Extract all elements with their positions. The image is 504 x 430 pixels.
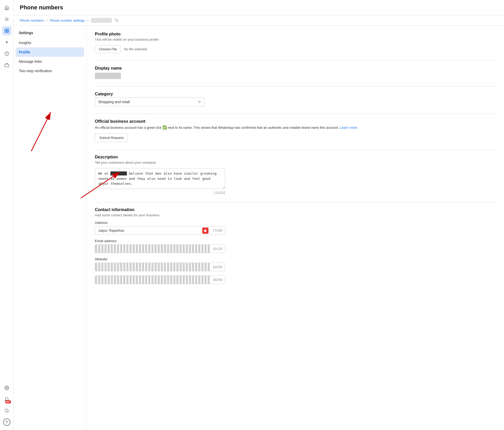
- address-input-wrapper: 17/256: [95, 226, 225, 235]
- submit-request-button[interactable]: Submit Request: [95, 133, 128, 142]
- address-input[interactable]: [95, 226, 202, 235]
- display-name-value: [95, 73, 121, 79]
- settings-icon[interactable]: [2, 383, 11, 392]
- main-area: Phone numbers Phone numbers > Phone numb…: [14, 0, 504, 430]
- sidebar-item-message-links[interactable]: Message links: [14, 57, 86, 66]
- address-count: 17/256: [210, 229, 225, 232]
- address-label: Address:: [95, 221, 496, 225]
- oba-description: An official business account has a green…: [95, 125, 496, 130]
- divider-5: [95, 202, 496, 202]
- contact-info-section: Contact information Add some contact det…: [95, 207, 496, 284]
- oba-desc-part2: next to its name. This shows that WhatsA…: [168, 126, 339, 130]
- dot-icon[interactable]: [2, 38, 11, 47]
- oba-desc-part1: An official business account has a green…: [95, 126, 162, 130]
- divider-2: [95, 86, 496, 87]
- category-title: Category: [95, 92, 496, 96]
- breadcrumb-sep-1: >: [46, 19, 48, 22]
- svg-rect-4: [7, 29, 9, 31]
- sidebar-item-profile[interactable]: Profile: [16, 47, 84, 57]
- website1-input[interactable]: [95, 263, 210, 271]
- profile-photo-subtitle: This will be visible on your business pr…: [95, 38, 496, 41]
- briefcase-icon[interactable]: [2, 60, 11, 70]
- svg-rect-3: [5, 29, 7, 31]
- profile-photo-section: Profile photo This will be visible on yo…: [95, 32, 496, 53]
- breadcrumb-phone-numbers[interactable]: Phone numbers: [20, 19, 44, 22]
- svg-rect-5: [5, 31, 7, 33]
- analytics-icon[interactable]: [2, 49, 11, 58]
- content-area: Settings Insights Profile Message links …: [14, 26, 504, 430]
- learn-more-link[interactable]: Learn more.: [340, 126, 358, 130]
- website2-input-wrapper: 38/256: [95, 275, 225, 284]
- help-icon[interactable]: ?: [3, 419, 10, 426]
- email-group: Email address: 15/128: [95, 239, 496, 253]
- address-edit-icon[interactable]: [202, 228, 208, 234]
- description-char-count: 131/512: [95, 191, 225, 195]
- settings-sidebar: Settings Insights Profile Message links …: [14, 26, 87, 430]
- description-textarea[interactable]: We at ████████ believe that men also hav…: [95, 168, 225, 189]
- website2-count: 38/256: [210, 278, 225, 282]
- svg-rect-9: [5, 64, 9, 67]
- website1-group: Website: 19/256: [95, 257, 496, 271]
- divider-3: [95, 114, 496, 114]
- phone-icon: [115, 18, 119, 23]
- no-file-label: No file selected: [124, 47, 147, 51]
- green-check-icon: ✅: [162, 125, 167, 130]
- breadcrumb-phone-settings[interactable]: Phone number settings: [50, 19, 85, 22]
- svg-point-10: [6, 387, 7, 389]
- breadcrumb-number: [91, 18, 112, 23]
- divider-4: [95, 149, 496, 150]
- notification-badge: 99+: [5, 400, 11, 403]
- display-name-section: Display name: [95, 66, 496, 79]
- official-business-section: Official business account An official bu…: [95, 119, 496, 142]
- website1-count: 19/256: [210, 265, 225, 269]
- address-group: Address: 17/256: [95, 221, 496, 235]
- icon-sidebar: 99+ ?: [0, 0, 14, 430]
- email-input-wrapper: 15/128: [95, 244, 225, 253]
- svg-point-11: [5, 409, 8, 412]
- choose-file-button[interactable]: Choose File: [95, 45, 121, 53]
- description-subtitle: Tell your customers about your company: [95, 161, 496, 164]
- settings-sidebar-title: Settings: [14, 31, 86, 38]
- sidebar-item-two-step[interactable]: Two-step verification: [14, 66, 86, 76]
- description-title: Description: [95, 155, 496, 159]
- main-panel: Profile photo This will be visible on yo…: [87, 26, 504, 430]
- home-icon[interactable]: [2, 3, 11, 13]
- oba-title: Official business account: [95, 119, 496, 124]
- category-section: Category Shopping and retail Retail Beau…: [95, 92, 496, 106]
- category-select[interactable]: Shopping and retail Retail Beauty & Well…: [95, 97, 204, 106]
- search-icon[interactable]: [2, 406, 11, 415]
- svg-rect-6: [7, 31, 9, 33]
- contact-info-subtitle: Add some contact details for your busine…: [95, 213, 496, 217]
- email-count: 15/128: [210, 247, 225, 251]
- breadcrumb-sep-2: >: [87, 19, 89, 22]
- svg-point-7: [6, 41, 8, 43]
- svg-line-12: [8, 411, 8, 412]
- divider-1: [95, 60, 496, 61]
- page-title: Phone numbers: [20, 4, 498, 11]
- display-name-title: Display name: [95, 66, 496, 71]
- menu-icon[interactable]: [2, 15, 11, 24]
- email-label: Email address:: [95, 239, 496, 243]
- contact-info-title: Contact information: [95, 207, 496, 212]
- website2-input[interactable]: [95, 276, 210, 284]
- profile-photo-title: Profile photo: [95, 32, 496, 36]
- website1-label: Website:: [95, 257, 496, 261]
- sidebar-item-insights[interactable]: Insights: [14, 38, 86, 47]
- breadcrumb: Phone numbers > Phone number settings >: [14, 15, 504, 26]
- file-row: Choose File No file selected: [95, 45, 496, 53]
- description-section: Description Tell your customers about yo…: [95, 155, 496, 195]
- top-header: Phone numbers: [14, 0, 504, 15]
- users-icon[interactable]: [2, 26, 11, 35]
- website2-group: 38/256: [95, 275, 496, 284]
- email-input[interactable]: [95, 245, 210, 253]
- website1-input-wrapper: 19/256: [95, 263, 225, 271]
